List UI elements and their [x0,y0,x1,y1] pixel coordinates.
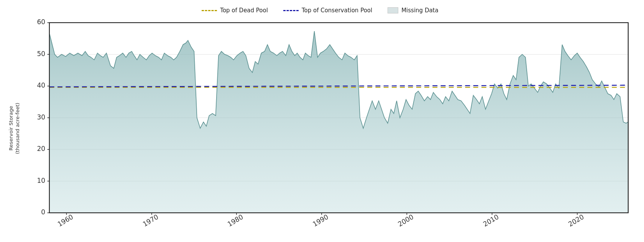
chart-area: Reservoir Storage(thousand acre-feet) [4,18,636,238]
svg-text:2020: 2020 [567,213,585,228]
dead-pool-label: Top of Dead Pool [220,7,268,14]
legend-conservation-pool: Top of Conservation Pool [283,7,372,14]
svg-text:1970: 1970 [141,213,159,228]
y-axis-label: Reservoir Storage(thousand acre-feet) [4,18,25,238]
svg-text:0: 0 [41,208,45,216]
svg-text:2010: 2010 [482,213,500,228]
chart-container: Top of Dead Pool Top of Conservation Poo… [0,0,644,242]
svg-text:1990: 1990 [312,213,330,228]
svg-text:2000: 2000 [397,213,415,228]
svg-wrapper: 0 10 20 30 40 50 60 [25,18,636,238]
legend: Top of Dead Pool Top of Conservation Poo… [4,4,636,18]
legend-missing-data: Missing Data [388,7,439,14]
svg-text:30: 30 [37,113,46,121]
dead-pool-line-icon [202,10,217,11]
svg-text:1980: 1980 [226,213,244,228]
legend-dead-pool: Top of Dead Pool [202,7,268,14]
conservation-pool-label: Top of Conservation Pool [302,7,372,14]
svg-text:60: 60 [37,18,46,26]
main-chart-svg: 0 10 20 30 40 50 60 [25,18,636,238]
svg-text:50: 50 [37,50,46,58]
conservation-pool-line-icon [283,10,299,11]
svg-text:1960: 1960 [56,213,74,228]
missing-data-box-icon [388,7,398,13]
chart-inner: 0 10 20 30 40 50 60 [25,18,636,238]
svg-text:10: 10 [37,177,46,184]
missing-data-label: Missing Data [401,7,439,14]
svg-text:20: 20 [37,145,46,152]
svg-text:40: 40 [37,81,46,89]
